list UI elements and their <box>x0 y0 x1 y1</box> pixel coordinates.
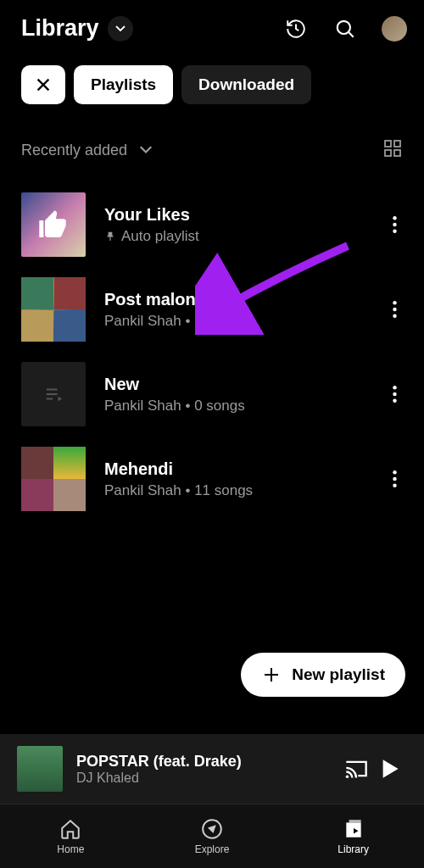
sort-row: Recently added <box>0 113 424 177</box>
svg-point-12 <box>393 392 396 396</box>
chip-playlists[interactable]: Playlists <box>74 65 173 104</box>
library-dropdown[interactable] <box>108 16 133 42</box>
list-item-text: Your Likes Auto playlist <box>86 205 386 245</box>
plus-icon <box>261 665 282 685</box>
svg-rect-1 <box>385 141 391 147</box>
cast-button[interactable] <box>339 759 373 779</box>
chip-downloaded[interactable]: Downloaded <box>181 65 311 104</box>
svg-point-6 <box>393 223 396 226</box>
playlist-title: Mehendi <box>104 459 386 479</box>
now-playing-text: POPSTAR (feat. Drake) DJ Khaled <box>63 753 339 786</box>
history-button[interactable] <box>283 16 309 42</box>
playlist-subtitle: Pankil Shah • 0 songs <box>104 398 386 415</box>
list-item-text: Post malone Pankil Shah • 7 songs <box>86 290 386 330</box>
now-playing-title: POPSTAR (feat. Drake) <box>76 753 339 771</box>
list-item[interactable]: New Pankil Shah • 0 songs <box>0 352 424 437</box>
svg-point-15 <box>393 477 396 481</box>
svg-point-17 <box>346 776 349 779</box>
library-icon <box>343 818 365 840</box>
playlist-subtitle: Auto playlist <box>104 228 386 245</box>
cast-icon <box>344 759 368 779</box>
chevron-down-icon <box>115 25 126 32</box>
chevron-down-icon <box>139 146 153 154</box>
search-button[interactable] <box>332 16 358 42</box>
svg-point-14 <box>393 470 396 474</box>
nav-label: Home <box>57 843 84 855</box>
now-playing-thumbnail <box>17 746 63 792</box>
svg-point-7 <box>393 230 396 233</box>
nav-label: Library <box>338 843 369 855</box>
more-vertical-icon <box>393 386 397 403</box>
svg-point-9 <box>393 308 396 311</box>
search-icon <box>334 18 356 40</box>
playlist-subtitle: Pankil Shah • 7 songs <box>104 313 386 330</box>
history-icon <box>285 18 307 40</box>
playlist-title: Post malone <box>104 290 386 309</box>
nav-home[interactable]: Home <box>0 804 142 868</box>
list-item[interactable]: Your Likes Auto playlist <box>0 182 424 267</box>
play-icon <box>381 759 399 779</box>
more-button[interactable] <box>386 216 403 233</box>
nav-explore[interactable]: Explore <box>142 804 283 868</box>
more-button[interactable] <box>386 386 403 403</box>
playlist-thumbnail <box>21 192 86 257</box>
avatar[interactable] <box>382 16 407 42</box>
playlist-thumbnail <box>21 277 86 342</box>
list-item-text: New Pankil Shah • 0 songs <box>86 375 386 415</box>
more-button[interactable] <box>386 470 403 487</box>
more-button[interactable] <box>386 301 403 318</box>
play-button[interactable] <box>373 759 407 779</box>
new-playlist-button[interactable]: New playlist <box>241 653 405 697</box>
list-item-text: Mehendi Pankil Shah • 11 songs <box>86 459 386 499</box>
svg-point-11 <box>393 386 396 389</box>
playlist-subtitle: Pankil Shah • 11 songs <box>104 482 386 499</box>
svg-point-5 <box>393 216 396 220</box>
list-item[interactable]: Post malone Pankil Shah • 7 songs <box>0 267 424 352</box>
sort-label[interactable]: Recently added <box>21 142 127 159</box>
nav-library[interactable]: Library <box>282 804 424 868</box>
svg-point-16 <box>393 484 396 487</box>
list-item[interactable]: Mehendi Pankil Shah • 11 songs <box>0 437 424 521</box>
svg-rect-3 <box>385 150 391 156</box>
more-vertical-icon <box>393 301 397 318</box>
filter-chips: Playlists Downloaded <box>0 57 424 113</box>
svg-rect-4 <box>394 150 400 156</box>
more-vertical-icon <box>393 216 397 233</box>
compass-icon <box>201 818 223 840</box>
now-playing-artist: DJ Khaled <box>76 771 339 786</box>
header: Library <box>0 0 424 57</box>
playlist-thumbnail <box>21 447 86 511</box>
svg-point-0 <box>338 20 350 33</box>
sort-dropdown[interactable] <box>139 142 153 158</box>
home-icon <box>59 818 81 840</box>
playlist-icon <box>44 387 63 402</box>
playlist-list: Your Likes Auto playlist Post malone Pan… <box>0 177 424 526</box>
svg-rect-2 <box>394 141 400 147</box>
playlist-thumbnail <box>21 362 86 426</box>
playlist-title: New <box>104 375 386 394</box>
mini-player[interactable]: POPSTAR (feat. Drake) DJ Khaled <box>0 734 424 804</box>
nav-label: Explore <box>195 843 230 855</box>
svg-point-10 <box>393 314 396 318</box>
grid-view-button[interactable] <box>382 138 403 162</box>
grid-icon <box>382 138 403 159</box>
svg-point-13 <box>393 399 396 403</box>
close-icon <box>34 75 53 94</box>
more-vertical-icon <box>393 470 397 487</box>
page-title: Library <box>21 15 99 42</box>
pin-icon <box>104 231 116 242</box>
svg-point-8 <box>393 301 396 304</box>
bottom-nav: Home Explore Library <box>0 804 424 868</box>
thumbs-up-icon <box>36 208 70 242</box>
playlist-title: Your Likes <box>104 205 386 225</box>
clear-filter-button[interactable] <box>21 65 65 104</box>
fab-label: New playlist <box>292 665 385 684</box>
